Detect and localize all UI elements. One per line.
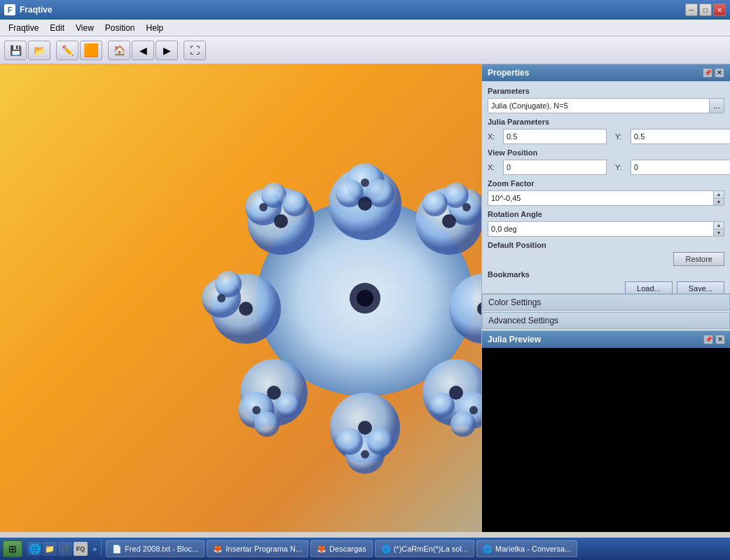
panel-close-button[interactable]: ✕ [715, 68, 724, 78]
app-title: Fraqtive [20, 5, 681, 15]
advanced-settings-label: Advanced Settings [488, 316, 558, 326]
app-icon-1[interactable]: FQ [74, 542, 88, 556]
menu-position[interactable]: Position [99, 22, 141, 34]
zoom-input[interactable] [488, 190, 713, 206]
view-x-input[interactable] [503, 160, 607, 175]
view-x-label: X: [488, 163, 500, 172]
svg-point-29 [361, 450, 369, 458]
svg-point-40 [217, 294, 226, 302]
julia-y-input[interactable] [631, 129, 730, 144]
fractal-type-ellipsis[interactable]: ... [709, 98, 724, 113]
properties-panel: Properties 📌 ✕ Parameters ... Julia Para… [481, 64, 730, 532]
taskbar-item-4[interactable]: 🌐 Marietka - Conversa... [476, 540, 577, 557]
svg-point-20 [450, 412, 476, 437]
svg-point-10 [422, 191, 448, 216]
svg-point-28 [358, 421, 372, 435]
title-bar: F Fraqtive ─ □ ✕ [0, 0, 730, 20]
svg-point-45 [274, 214, 288, 228]
folder-icon[interactable]: 📁 [43, 542, 57, 556]
menu-fraqtive[interactable]: Fraqtive [3, 22, 44, 34]
color-button[interactable]: 🟧 [80, 41, 102, 60]
julia-y-label: Y: [615, 132, 628, 141]
svg-point-12 [462, 203, 471, 211]
svg-point-23 [469, 406, 478, 414]
zoom-factor-label: Zoom Factor [488, 179, 724, 188]
open-button[interactable]: 📂 [28, 41, 50, 60]
julia-xy-row: X: Y: [488, 129, 724, 144]
restore-button[interactable]: □ [699, 4, 712, 16]
julia-params-label: Julia Parameters [488, 118, 724, 126]
taskbar-item-3[interactable]: 🌐 (*)CaRmEn(*)La sol... [375, 540, 474, 557]
julia-panel-pin[interactable]: 📌 [703, 335, 713, 344]
advanced-settings-header[interactable]: Advanced Settings [482, 312, 730, 329]
svg-point-38 [215, 271, 242, 298]
default-position-label: Default Position [488, 241, 724, 249]
julia-x-input[interactable] [503, 129, 607, 144]
rotation-down-arrow[interactable]: ▼ [714, 230, 724, 237]
color-settings-header[interactable]: Color Settings [482, 294, 730, 311]
media-icon[interactable]: 🎵 [58, 542, 72, 556]
panel-pin-button[interactable]: 📌 [703, 68, 712, 78]
panel-scroll-area[interactable]: Parameters ... Julia Parameters X: Y: Vi… [482, 81, 730, 293]
view-y-label: Y: [615, 163, 628, 172]
julia-panel-close[interactable]: ✕ [715, 335, 725, 344]
rotation-input[interactable] [488, 221, 713, 237]
save-button[interactable]: Save... [677, 281, 724, 293]
save-button[interactable]: 💾 [4, 41, 27, 60]
svg-point-35 [252, 406, 261, 414]
svg-point-46 [259, 203, 268, 211]
fractal-type-input[interactable] [488, 98, 709, 113]
rotation-spin-wrap: ▲ ▼ [488, 221, 724, 237]
svg-point-39 [239, 302, 253, 316]
color-settings-label: Color Settings [488, 298, 541, 307]
properties-title: Properties [488, 68, 529, 78]
taskbar-label-0: Fred 2008.txt - Bloc... [125, 545, 198, 553]
zoom-spin-wrap: ▲ ▼ [488, 190, 724, 206]
zoom-row: ▲ ▼ [488, 190, 724, 206]
back-button[interactable]: ◀ [132, 41, 154, 60]
taskbar-icon-2: 🦊 [317, 545, 326, 554]
taskbar-item-1[interactable]: 🦊 Insertar Programa N... [207, 540, 308, 557]
taskbar-label-3: (*)CaRmEn(*)La sol... [394, 545, 468, 553]
zoom-down-arrow[interactable]: ▼ [714, 199, 724, 206]
fullscreen-button[interactable]: ⛶ [184, 41, 206, 60]
edit-button[interactable]: ✏️ [56, 41, 78, 60]
close-button[interactable]: ✕ [713, 4, 726, 16]
julia-preview-canvas[interactable] [482, 348, 730, 532]
menu-view[interactable]: View [70, 22, 99, 34]
minimize-button[interactable]: ─ [685, 4, 698, 16]
home-button[interactable]: 🏠 [108, 41, 130, 60]
svg-point-22 [449, 386, 463, 400]
taskbar-item-2[interactable]: 🦊 Descargas [310, 540, 373, 557]
julia-preview-panel: Julia Preview 📌 ✕ [482, 330, 730, 532]
taskbar-item-0[interactable]: 📄 Fred 2008.txt - Bloc... [106, 540, 205, 557]
zoom-spinner[interactable]: ▲ ▼ [713, 190, 724, 206]
julia-preview-title: Julia Preview [488, 335, 541, 344]
view-xy-row: X: Y: [488, 160, 724, 175]
ie-icon[interactable]: 🌐 [27, 542, 41, 556]
julia-preview-title-bar: Julia Preview 📌 ✕ [482, 331, 730, 348]
svg-point-44 [282, 191, 308, 216]
load-button[interactable]: Load... [625, 281, 673, 293]
forward-button[interactable]: ▶ [156, 41, 178, 60]
start-button[interactable]: ⊞ [3, 540, 22, 557]
svg-point-26 [336, 428, 363, 455]
menu-help[interactable]: Help [141, 22, 170, 34]
julia-panel-controls: 📌 ✕ [703, 335, 725, 344]
rotation-row: ▲ ▼ [488, 221, 724, 237]
rotation-up-arrow[interactable]: ▲ [714, 222, 724, 230]
svg-point-27 [367, 428, 394, 455]
rotation-label: Rotation Angle [488, 210, 724, 218]
zoom-up-arrow[interactable]: ▲ [714, 191, 724, 199]
restore-button[interactable]: Restore [673, 252, 724, 266]
taskbar-label-2: Descargas [329, 545, 366, 553]
menu-edit[interactable]: Edit [44, 22, 70, 34]
taskbar-arrow[interactable]: » [92, 545, 97, 553]
properties-title-bar: Properties 📌 ✕ [482, 64, 730, 81]
svg-point-34 [267, 386, 281, 400]
view-y-input[interactable] [631, 160, 730, 175]
bookmarks-label: Bookmarks [488, 270, 724, 279]
rotation-spinner[interactable]: ▲ ▼ [713, 221, 724, 237]
toolbar: 💾 📂 ✏️ 🟧 🏠 ◀ ▶ ⛶ [0, 36, 730, 64]
svg-point-5 [358, 197, 372, 211]
